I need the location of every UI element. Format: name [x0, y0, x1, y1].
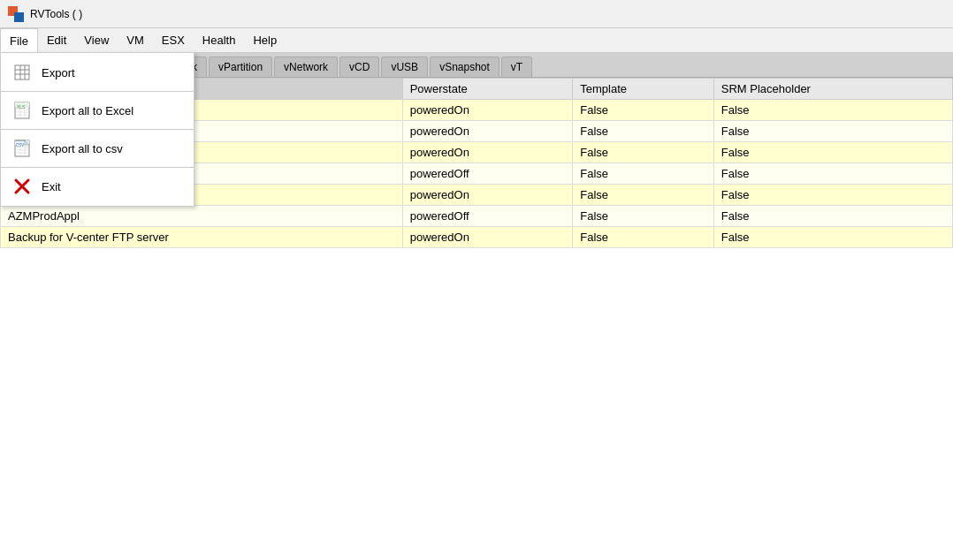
csv-icon: CSV	[11, 138, 33, 159]
cell-powerstate: poweredOn	[402, 142, 573, 163]
file-dropdown-menu: Export XLS Export all to Excel	[0, 52, 194, 207]
menu-item-view[interactable]: View	[75, 28, 118, 52]
menu-item-help[interactable]: Help	[244, 28, 286, 52]
menu-export-excel-label: Export all to Excel	[42, 104, 133, 117]
separator-3	[1, 167, 194, 168]
cell-srm: False	[713, 163, 952, 185]
cell-template: False	[573, 227, 714, 248]
menu-export-csv-label: Export all to csv	[42, 142, 123, 155]
menu-export-csv[interactable]: CSV Export all to csv	[1, 132, 194, 164]
tab-vcd[interactable]: vCD	[339, 57, 379, 77]
separator-1	[1, 91, 194, 92]
cell-template: False	[573, 142, 714, 163]
cell-srm: False	[713, 142, 952, 163]
tab-vnetwork[interactable]: vNetwork	[274, 57, 338, 77]
svg-rect-0	[15, 65, 29, 79]
cell-srm: False	[713, 100, 952, 121]
menu-export-excel[interactable]: XLS Export all to Excel	[1, 95, 194, 126]
tab-vt[interactable]: vT	[501, 57, 532, 77]
cell-powerstate: poweredOn	[402, 121, 573, 142]
cell-template: False	[573, 163, 714, 185]
exit-icon	[11, 176, 33, 197]
col-header-powerstate[interactable]: Powerstate	[402, 79, 573, 100]
cell-srm: False	[713, 206, 952, 227]
cell-template: False	[573, 185, 714, 206]
menu-export[interactable]: Export	[1, 57, 194, 88]
excel-icon: XLS	[11, 100, 33, 121]
tab-vsnapshot[interactable]: vSnapshot	[430, 57, 499, 77]
cell-srm: False	[713, 227, 952, 248]
cell-template: False	[573, 100, 714, 121]
menu-item-health[interactable]: Health	[194, 28, 245, 52]
table-row: Backup for V-center FTP server poweredOn…	[1, 227, 953, 248]
menu-exit-label: Exit	[42, 180, 61, 193]
cell-powerstate: poweredOn	[402, 227, 573, 248]
cell-name: AZMProdAppl	[1, 206, 403, 227]
tab-vusb[interactable]: vUSB	[381, 57, 428, 77]
cell-srm: False	[713, 185, 952, 206]
app-icon	[7, 5, 25, 23]
menu-item-esx[interactable]: ESX	[153, 28, 194, 52]
window-title: RVTools ( )	[30, 8, 82, 20]
title-bar: RVTools ( )	[0, 0, 953, 28]
cell-powerstate: poweredOff	[402, 206, 573, 227]
menu-item-vm[interactable]: VM	[118, 28, 153, 52]
svg-text:CSV: CSV	[16, 143, 24, 148]
col-header-srm[interactable]: SRM Placeholder	[713, 79, 952, 100]
separator-2	[1, 129, 194, 130]
menu-bar: File Edit View VM ESX Health Help	[0, 28, 953, 53]
cell-template: False	[573, 206, 714, 227]
cell-name: Backup for V-center FTP server	[1, 227, 403, 248]
cell-template: False	[573, 121, 714, 142]
tab-vpartition[interactable]: vPartition	[209, 57, 272, 77]
cell-powerstate: poweredOff	[402, 163, 573, 185]
menu-item-file[interactable]: File	[0, 28, 38, 53]
menu-export-label: Export	[42, 66, 75, 79]
menu-exit[interactable]: Exit	[1, 170, 194, 202]
export-icon	[11, 62, 33, 83]
menu-item-edit[interactable]: Edit	[38, 28, 75, 52]
cell-powerstate: poweredOn	[402, 100, 573, 121]
cell-powerstate: poweredOn	[402, 185, 573, 206]
table-row: AZMProdAppl poweredOff False False	[1, 206, 953, 227]
cell-srm: False	[713, 121, 952, 142]
col-header-template[interactable]: Template	[573, 79, 714, 100]
